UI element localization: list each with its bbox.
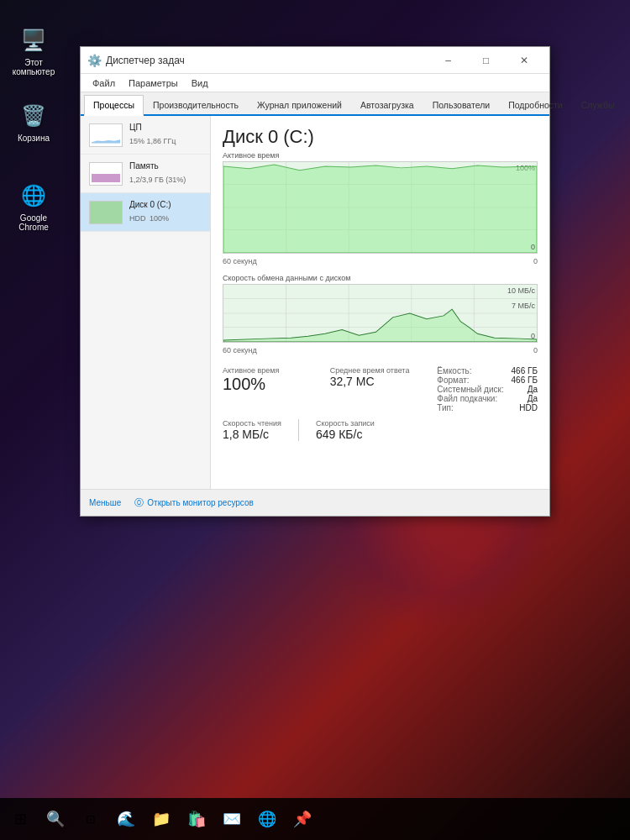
speed-label: Скорость обмена данными с диском <box>223 274 538 282</box>
tab-services[interactable]: Службы <box>572 95 624 114</box>
stat-read-speed: Скорость чтения 1,8 МБ/с <box>223 419 281 441</box>
page-file-label: Файл подкачки: <box>437 394 497 403</box>
active-time-stat-value: 100% <box>223 375 323 394</box>
disk-sub: HDD <box>129 214 146 223</box>
tab-startup[interactable]: Автозагрузка <box>351 95 423 114</box>
recycle-bin-label: Корзина <box>18 134 50 143</box>
stat-write-speed: Скорость записи 649 КБ/с <box>298 419 375 441</box>
sidebar: ЦП 15% 1,86 ГГц Память 1,2/3,9 ГБ (31%) <box>81 116 211 489</box>
active-time-zero: 0 <box>531 243 535 251</box>
stat-type: Тип: HDD <box>437 403 538 412</box>
less-button[interactable]: Меньше <box>89 498 121 507</box>
taskview-button[interactable]: ⊡ <box>75 803 107 835</box>
sidebar-item-cpu[interactable]: ЦП 15% 1,86 ГГц <box>81 116 210 155</box>
read-write-row: Скорость чтения 1,8 МБ/с Скорость записи… <box>223 419 538 441</box>
desktop-icon-google-chrome[interactable]: 🌐 Google Chrome <box>8 181 59 232</box>
speed-zero: 0 <box>531 332 535 340</box>
tab-performance[interactable]: Производительность <box>144 95 248 114</box>
window-controls: – □ ✕ <box>429 47 543 74</box>
edge-button[interactable]: 🌊 <box>110 803 142 835</box>
time-label-2: 60 секунд <box>223 346 257 354</box>
type-label: Тип: <box>437 403 453 412</box>
memory-name: Память <box>129 161 202 171</box>
menu-view[interactable]: Вид <box>185 76 215 90</box>
active-time-chart: 100% 0 <box>223 161 538 254</box>
minimize-button[interactable]: – <box>429 47 467 74</box>
tab-users[interactable]: Пользователи <box>423 95 500 114</box>
stats-grid: Активное время 100% Среднее время ответа… <box>223 366 538 412</box>
read-speed-value: 1,8 МБ/с <box>223 428 281 441</box>
page-file-value: Да <box>528 394 538 403</box>
tabbar: Процессы Производительность Журнал прило… <box>81 92 549 116</box>
disk-thumb <box>89 201 123 224</box>
formatted-label: Формат: <box>437 375 469 385</box>
time-label-1: 60 секунд <box>223 257 257 265</box>
cpu-thumb <box>89 123 123 147</box>
open-monitor-button[interactable]: ⓪ Открыть монитор ресурсов <box>134 496 254 509</box>
disk-sub2: 100% <box>150 214 169 223</box>
this-pc-label: Этот компьютер <box>13 58 55 76</box>
chrome-taskbar-button[interactable]: 🌐 <box>251 803 283 835</box>
task-manager-window: ⚙️ Диспетчер задач – □ ✕ Файл Параметры … <box>80 46 550 517</box>
menubar: Файл Параметры Вид <box>81 74 549 92</box>
memory-info: Память 1,2/3,9 ГБ (31%) <box>129 161 202 186</box>
titlebar: ⚙️ Диспетчер задач – □ ✕ <box>81 47 549 74</box>
taskbar: ⊞ 🔍 ⊡ 🌊 📁 🛍️ ✉️ 🌐 📌 <box>0 798 630 840</box>
chrome-desktop-icon: 🌐 <box>18 181 49 211</box>
mail-button[interactable]: ✉️ <box>216 803 248 835</box>
active-time-label: Активное время <box>223 151 538 160</box>
cpu-name: ЦП <box>129 123 202 132</box>
memory-thumb <box>89 162 123 186</box>
svg-marker-7 <box>223 165 537 253</box>
store-button[interactable]: 🛍️ <box>181 803 213 835</box>
panel-header: Диск 0 (C:) Hitachi HCC547550A9E380 <box>223 126 538 148</box>
cpu-sub: 15% 1,86 ГГц <box>129 137 176 145</box>
capacity-label: Ёмкость: <box>437 366 471 375</box>
tab-details[interactable]: Подробности <box>499 95 572 114</box>
close-button[interactable]: ✕ <box>505 47 543 74</box>
write-speed-label: Скорость записи <box>316 419 375 428</box>
search-button[interactable]: 🔍 <box>39 803 71 835</box>
disk-info: Диск 0 (C:) HDD 100% <box>129 200 202 224</box>
type-value: HDD <box>519 403 538 412</box>
formatted-value: 466 ГБ <box>512 375 538 385</box>
recycle-bin-icon: 🗑️ <box>18 101 49 131</box>
desktop: 🖥️ Этот компьютер 🗑️ Корзина 🌐 Google Ch… <box>0 0 630 840</box>
system-disk-label: Системный диск: <box>437 385 503 394</box>
stat-formatted: Формат: 466 ГБ <box>437 375 538 385</box>
sidebar-item-disk0[interactable]: Диск 0 (C:) HDD 100% <box>81 193 210 232</box>
menu-file[interactable]: Файл <box>86 76 122 90</box>
tab-app-history[interactable]: Журнал приложений <box>248 95 351 114</box>
stat-response-time: Среднее время ответа 32,7 МС <box>330 366 431 412</box>
task-manager-icon: ⚙️ <box>87 54 101 67</box>
monitor-icon: ⓪ <box>134 496 144 509</box>
panel-title: Диск 0 (C:) <box>223 126 314 147</box>
memory-sub: 1,2/3,9 ГБ (31%) <box>129 176 186 184</box>
chrome-label: Google Chrome <box>18 213 49 232</box>
performance-panel: Диск 0 (C:) Hitachi HCC547550A9E380 Акти… <box>211 116 549 489</box>
stat-capacity: Ёмкость: 466 ГБ <box>437 366 538 375</box>
capacity-value: 466 ГБ <box>512 366 538 375</box>
sidebar-item-memory[interactable]: Память 1,2/3,9 ГБ (31%) <box>81 155 210 193</box>
speed-chart: 10 МБ/с 7 МБ/с 0 <box>223 284 538 343</box>
stat-system-disk: Системный диск: Да <box>437 385 538 394</box>
stat-info-right: Ёмкость: 466 ГБ Формат: 466 ГБ Системный… <box>437 366 538 412</box>
disk-name: Диск 0 (C:) <box>129 200 202 209</box>
svg-marker-15 <box>223 309 537 342</box>
write-speed-value: 649 КБ/с <box>316 428 375 441</box>
pin2-button[interactable]: 📌 <box>286 803 318 835</box>
active-time-stat-label: Активное время <box>223 366 323 375</box>
open-monitor-label: Открыть монитор ресурсов <box>147 498 254 507</box>
system-disk-value: Да <box>528 385 538 394</box>
time-label-1-right: 0 <box>533 257 538 265</box>
read-speed-label: Скорость чтения <box>223 419 281 428</box>
maximize-button[interactable]: □ <box>467 47 505 74</box>
footer: Меньше ⓪ Открыть монитор ресурсов <box>81 489 549 516</box>
tab-processes[interactable]: Процессы <box>84 95 144 116</box>
explorer-button[interactable]: 📁 <box>145 803 177 835</box>
stat-page-file: Файл подкачки: Да <box>437 394 538 403</box>
start-button[interactable]: ⊞ <box>4 803 36 835</box>
desktop-icon-recycle-bin[interactable]: 🗑️ Корзина <box>8 101 59 143</box>
menu-options[interactable]: Параметры <box>122 76 185 90</box>
desktop-icon-this-pc[interactable]: 🖥️ Этот компьютер <box>8 25 59 76</box>
